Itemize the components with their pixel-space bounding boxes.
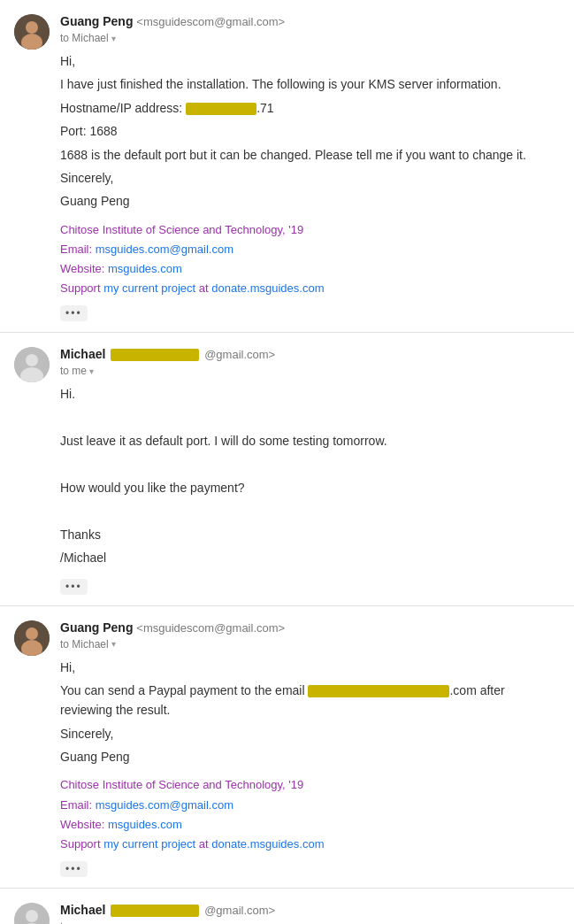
redacted-ip-1 (186, 103, 256, 115)
email-item-3: Guang Peng <msguidescom@gmail.com> to Mi… (0, 606, 574, 889)
svg-point-1 (26, 21, 38, 34)
chevron-down-icon-2: ▾ (89, 366, 94, 376)
sender-email-3: <msguidescom@gmail.com> (136, 621, 285, 635)
redacted-email-4 (111, 905, 199, 917)
email-header-4: Michael @gmail.com> (60, 903, 560, 917)
avatar-guang-1 (14, 14, 50, 50)
ellipsis-button-2[interactable]: ••• (60, 579, 88, 595)
sender-email-2: @gmail.com> (204, 348, 275, 361)
to-line-4[interactable]: to me ▾ (60, 920, 560, 924)
email-content-2: Michael @gmail.com> to me ▾ Hi. Just lea… (60, 347, 560, 594)
sender-name-1: Guang Peng (60, 14, 133, 28)
email-content-4: Michael @gmail.com> to me ▾ Hi I have no… (60, 903, 560, 924)
email-header-1: Guang Peng <msguidescom@gmail.com> (60, 14, 560, 28)
website-link-3[interactable]: msguides.com (108, 818, 182, 831)
to-line-1[interactable]: to Michael ▾ (60, 32, 560, 44)
redacted-email-2 (111, 349, 199, 361)
email-body-1: Hi, I have just finished the installatio… (60, 51, 560, 212)
email-header-2: Michael @gmail.com> (60, 347, 560, 361)
to-label-2: to me (60, 365, 87, 377)
sender-name-3: Guang Peng (60, 620, 133, 635)
project-link-1[interactable]: my current project (103, 281, 195, 295)
ellipsis-button-3[interactable]: ••• (60, 861, 88, 877)
signature-1: Chitose Institute of Science and Technol… (60, 220, 560, 298)
to-label-3: to Michael (60, 638, 109, 651)
avatar-guang-3 (14, 620, 50, 656)
svg-point-10 (26, 910, 38, 922)
ellipsis-button-1[interactable]: ••• (60, 305, 88, 321)
sender-email-4: @gmail.com> (204, 904, 275, 917)
email-body-2: Hi. Just leave it as default port. I wil… (60, 384, 560, 567)
to-line-3[interactable]: to Michael ▾ (60, 638, 560, 651)
svg-point-7 (26, 628, 38, 640)
donate-link-3[interactable]: donate.msguides.com (211, 837, 324, 851)
email-item-1: Guang Peng <msguidescom@gmail.com> to Mi… (0, 0, 574, 333)
avatar-michael-4 (14, 903, 50, 924)
sender-email-1: <msguidescom@gmail.com> (136, 15, 285, 28)
email-header-3: Guang Peng <msguidescom@gmail.com> (60, 620, 560, 635)
redacted-paypal-3 (308, 685, 449, 697)
chevron-down-icon-3: ▾ (111, 639, 116, 649)
email-content-1: Guang Peng <msguidescom@gmail.com> to Mi… (60, 14, 560, 321)
website-link-1[interactable]: msguides.com (108, 262, 182, 275)
sender-name-2: Michael (60, 347, 105, 361)
signature-3: Chitose Institute of Science and Technol… (60, 775, 560, 853)
to-label-1: to Michael (60, 32, 109, 44)
avatar-michael-1 (14, 347, 50, 382)
sender-name-4: Michael (60, 903, 105, 917)
chevron-down-icon-1: ▾ (111, 34, 116, 43)
to-line-2[interactable]: to me ▾ (60, 365, 560, 377)
email-item-4: Michael @gmail.com> to me ▾ Hi I have no… (0, 889, 574, 924)
email-item-2: Michael @gmail.com> to me ▾ Hi. Just lea… (0, 333, 574, 605)
to-label-4: to me (60, 920, 87, 924)
email-link-1[interactable]: msguides.com@gmail.com (96, 243, 233, 256)
email-body-3: Hi, You can send a Paypal payment to the… (60, 658, 560, 767)
donate-link-1[interactable]: donate.msguides.com (211, 281, 324, 295)
email-content-3: Guang Peng <msguidescom@gmail.com> to Mi… (60, 620, 560, 877)
email-thread: Guang Peng <msguidescom@gmail.com> to Mi… (0, 0, 574, 924)
svg-point-4 (26, 354, 38, 366)
email-link-3[interactable]: msguides.com@gmail.com (96, 798, 233, 812)
project-link-3[interactable]: my current project (103, 837, 195, 851)
